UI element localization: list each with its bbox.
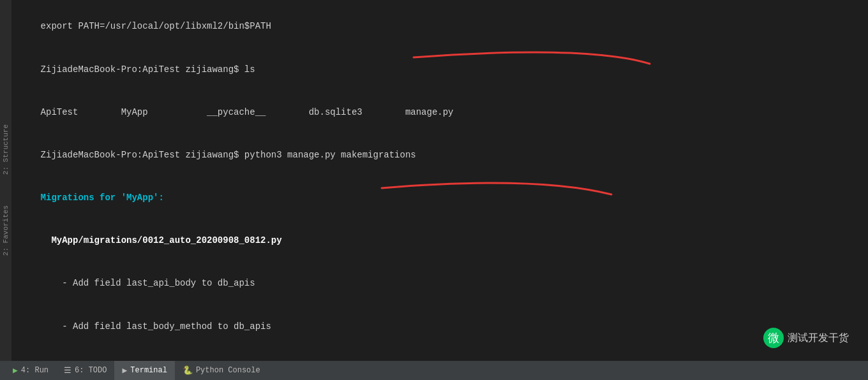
run-tab-label: 4: Run	[21, 366, 49, 375]
structure-tab[interactable]: 2: Structure	[1, 122, 11, 177]
run-tab[interactable]: ▶ 4: Run	[5, 361, 56, 380]
run-icon: ▶	[13, 365, 18, 376]
python-console-tab-label: Python Console	[196, 366, 260, 375]
terminal-line-3: ApiTest MyApp __pycache__ db.sqlite3 man…	[19, 91, 860, 133]
terminal-line-4: ZijiadeMacBook-Pro:ApiTest zijiawang$ py…	[19, 134, 860, 177]
bottom-toolbar: ▶ 4: Run ☰ 6: TODO ▶ Terminal 🐍 Python C…	[0, 361, 868, 380]
todo-icon: ☰	[64, 365, 71, 376]
terminal-icon: ▶	[122, 365, 127, 376]
terminal-tab[interactable]: ▶ Terminal	[114, 361, 174, 380]
terminal-tab-label: Terminal	[130, 366, 167, 375]
watermark: 微 测试开发干货	[763, 328, 849, 348]
terminal-line-9: ZijiadeMacBook-Pro:ApiTest zijiawang$ py…	[19, 347, 860, 361]
left-tab-panel: 2: Structure 2: Favorites	[0, 0, 11, 380]
terminal-line-6-migration-file: MyApp/migrations/0012_auto_20200908_0812…	[19, 219, 860, 262]
python-console-icon: 🐍	[183, 365, 193, 376]
watermark-text: 测试开发干货	[788, 332, 849, 345]
python-console-tab[interactable]: 🐍 Python Console	[175, 361, 268, 380]
todo-tab[interactable]: ☰ 6: TODO	[56, 361, 114, 380]
terminal-line-7: - Add field last_api_body to db_apis	[19, 262, 860, 305]
terminal-line-5-migrations-header: Migrations for 'MyApp':	[19, 177, 860, 219]
terminal-content: export PATH=/usr/local/opt/libxml2/bin$P…	[11, 0, 868, 361]
todo-tab-label: 6: TODO	[75, 366, 107, 375]
favorites-tab[interactable]: 2: Favorites	[1, 203, 11, 258]
wechat-icon: 微	[763, 328, 784, 348]
terminal-line-2: ZijiadeMacBook-Pro:ApiTest zijiawang$ ls	[19, 48, 860, 91]
terminal-line-1: export PATH=/usr/local/opt/libxml2/bin$P…	[19, 5, 860, 48]
terminal-line-8: - Add field last_body_method to db_apis	[19, 305, 860, 347]
